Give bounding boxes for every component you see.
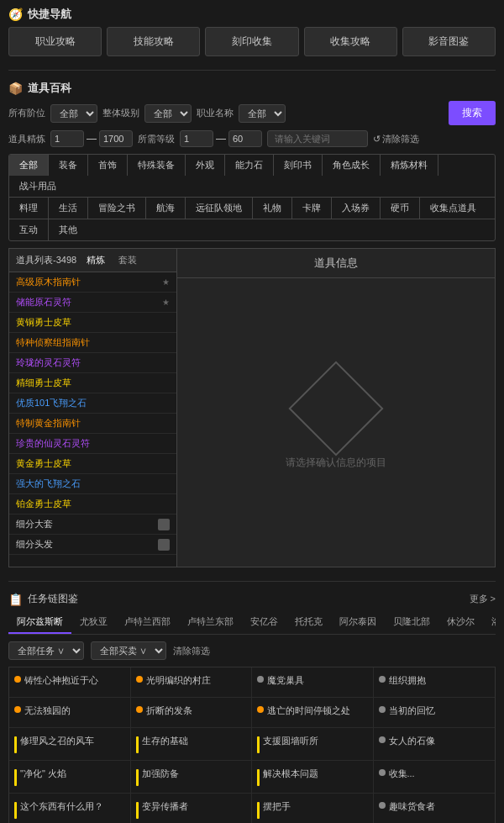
region-tab-1[interactable]: 尤狄亚: [71, 611, 116, 634]
region-tab-4[interactable]: 安亿谷: [242, 611, 286, 634]
cat-adventure[interactable]: 冒险之书: [88, 198, 146, 219]
table-row[interactable]: 摆把手: [252, 794, 374, 823]
cat-card[interactable]: 卡牌: [292, 198, 332, 219]
task-clear-filter[interactable]: 清除筛选: [173, 645, 210, 657]
tab-refine[interactable]: 精炼: [83, 254, 108, 266]
list-item[interactable]: 玲珑的灵石灵符: [9, 353, 176, 373]
table-row[interactable]: 铸性心神抱近于心: [9, 667, 131, 698]
cat-gift[interactable]: 礼物: [253, 198, 292, 219]
quick-nav-title: 快捷导航: [28, 7, 71, 22]
tier-max[interactable]: [228, 130, 262, 147]
job-select[interactable]: 全部: [239, 104, 286, 123]
item-icon: [158, 539, 170, 551]
table-row[interactable]: 趣味货食者: [374, 794, 496, 823]
nav-btn-media[interactable]: 影音图鉴: [402, 27, 496, 56]
table-row[interactable]: 修理风之召的风车: [9, 728, 131, 761]
region-tab-6[interactable]: 阿尔泰因: [331, 611, 385, 634]
table-row[interactable]: 加强防备: [131, 761, 253, 794]
region-tab-5[interactable]: 托托克: [286, 611, 331, 634]
cat-material[interactable]: 精炼材料: [381, 155, 438, 176]
dot-orange: [136, 676, 143, 683]
table-row[interactable]: 女人的石像: [374, 728, 496, 761]
dot-line: [14, 736, 17, 753]
list-item[interactable]: 黄铜勇士皮草: [9, 313, 176, 333]
region-tab-8[interactable]: 休沙尔: [438, 611, 483, 634]
more-link[interactable]: 更多 >: [470, 593, 496, 605]
list-item[interactable]: 细分大套: [9, 514, 176, 535]
table-row[interactable]: 生存的基础: [131, 728, 253, 761]
table-row[interactable]: 魔党巢具: [252, 667, 374, 698]
keyword-search[interactable]: [267, 130, 368, 147]
cat-all[interactable]: 全部: [9, 155, 49, 176]
list-item[interactable]: 精细勇士皮草: [9, 373, 176, 393]
list-item[interactable]: 高级原木指南针 ★: [9, 272, 176, 293]
search-button[interactable]: 搜索: [449, 101, 496, 125]
list-item[interactable]: 特制黄金指南针: [9, 414, 176, 434]
cat-life[interactable]: 生活: [49, 198, 88, 219]
cat-jewelry[interactable]: 首饰: [88, 155, 128, 176]
cat-coin[interactable]: 硬币: [381, 198, 420, 219]
item-list-body[interactable]: 高级原木指南针 ★ 储能原石灵符 ★ 黄铜勇士皮草 特种侦察组指南针 玲珑的灵石…: [9, 272, 176, 558]
cat-special[interactable]: 特殊装备: [128, 155, 186, 176]
cat-ticket[interactable]: 入场券: [332, 198, 381, 219]
cat-equipment[interactable]: 装备: [49, 155, 88, 176]
task-type-filter[interactable]: 全部任务 ∨: [8, 641, 84, 660]
refine-min[interactable]: [50, 130, 84, 147]
list-item[interactable]: 优质101飞翔之石: [9, 393, 176, 414]
item-icon: [158, 519, 170, 530]
table-row[interactable]: 当初的回忆: [374, 698, 496, 728]
cat-appearance[interactable]: 外观: [186, 155, 225, 176]
nav-btn-collect[interactable]: 收集攻略: [304, 27, 397, 56]
list-item[interactable]: 细分上装: [9, 555, 176, 558]
table-row[interactable]: 逃亡的时间停顿之处: [252, 698, 374, 728]
list-item[interactable]: 珍贵的仙灵石灵符: [9, 434, 176, 454]
tools-title: 道具百科: [28, 81, 71, 96]
table-row[interactable]: 折断的发条: [131, 698, 253, 728]
region-tab-3[interactable]: 卢特兰东部: [179, 611, 242, 634]
position-select[interactable]: 全部: [50, 104, 97, 123]
region-tab-9[interactable]: 洛恒勒才: [483, 611, 496, 634]
table-row[interactable]: 无法独园的: [9, 698, 131, 728]
cat-row-1: 全部 装备 首饰 特殊装备 外观 能力石 刻印书 角色成长 精炼材料 战斗用品: [9, 155, 495, 198]
list-item[interactable]: 储能原石灵符 ★: [9, 293, 176, 313]
region-tab-2[interactable]: 卢特兰西部: [116, 611, 179, 634]
cat-growth[interactable]: 角色成长: [323, 155, 381, 176]
table-row[interactable]: 光明编织的村庄: [131, 667, 253, 698]
table-row[interactable]: 支援圆墙听所: [252, 728, 374, 761]
cat-sea[interactable]: 航海: [146, 198, 186, 219]
nav-btn-engrave[interactable]: 刻印收集: [205, 27, 298, 56]
clear-filter-btn[interactable]: ↺ 清除筛选: [373, 133, 419, 145]
dot-line: [136, 736, 139, 753]
dot-line: [257, 802, 260, 819]
nav-btn-skill[interactable]: 技能攻略: [107, 27, 200, 56]
table-row[interactable]: "净化" 火焰: [9, 761, 131, 794]
list-item[interactable]: 特种侦察组指南针: [9, 333, 176, 353]
list-item[interactable]: 黄金勇士皮草: [9, 454, 176, 474]
region-tab-7[interactable]: 贝隆北部: [385, 611, 438, 634]
list-item[interactable]: 铂金勇士皮草: [9, 494, 176, 514]
cat-battle[interactable]: 战斗用品: [9, 176, 66, 197]
table-row[interactable]: 收集...: [374, 761, 496, 794]
region-tab-0[interactable]: 阿尔兹斯断: [8, 611, 71, 634]
tab-set[interactable]: 套装: [115, 254, 140, 266]
refine-max[interactable]: [99, 130, 133, 147]
tools-header: 📦 道具百科: [0, 74, 504, 101]
table-row[interactable]: 变异传播者: [131, 794, 253, 823]
overall-select[interactable]: 全部: [144, 104, 192, 123]
list-item[interactable]: 细分头发: [9, 535, 176, 555]
task-earn-filter[interactable]: 全部买卖 ∨: [91, 641, 166, 660]
cat-ability[interactable]: 能力石: [225, 155, 274, 176]
cat-collectpoint[interactable]: 收集点道具: [420, 198, 486, 219]
cat-cooking[interactable]: 料理: [9, 198, 49, 219]
list-item[interactable]: 强大的飞翔之石: [9, 474, 176, 494]
cat-interaction[interactable]: 互动: [9, 219, 49, 240]
cat-other[interactable]: 其他: [49, 219, 87, 240]
tier-min[interactable]: [180, 130, 213, 147]
table-row[interactable]: 组织拥抱: [374, 667, 496, 698]
table-row[interactable]: 解决根本问题: [252, 761, 374, 794]
table-row[interactable]: 这个东西有什么用？: [9, 794, 131, 823]
nav-btn-career[interactable]: 职业攻略: [8, 27, 102, 56]
cat-expedition[interactable]: 远征队领地: [186, 198, 253, 219]
cat-engrave[interactable]: 刻印书: [274, 155, 323, 176]
task-title: 任务链图鉴: [28, 592, 78, 606]
